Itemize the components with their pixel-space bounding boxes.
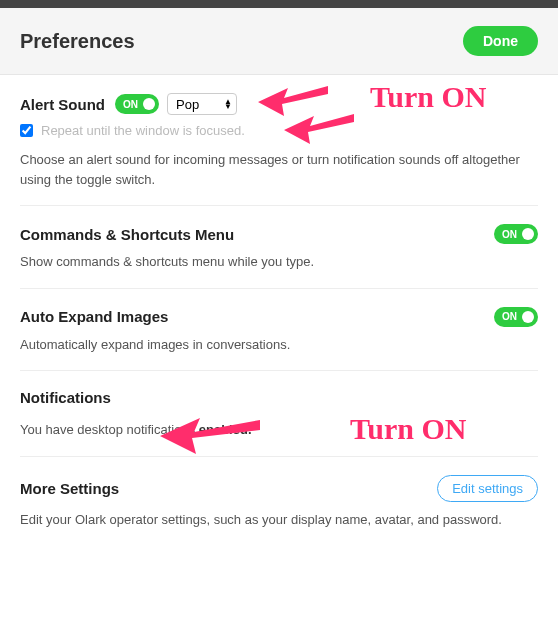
commands-desc: Show commands & shortcuts menu while you… <box>20 252 538 272</box>
toggle-knob-icon <box>522 311 534 323</box>
toggle-knob-icon <box>522 228 534 240</box>
select-value: Pop <box>176 97 199 112</box>
more-settings-title: More Settings <box>20 480 119 497</box>
commands-title: Commands & Shortcuts Menu <box>20 226 234 243</box>
edit-settings-button[interactable]: Edit settings <box>437 475 538 502</box>
alert-sound-title: Alert Sound <box>20 96 105 113</box>
alert-sound-desc: Choose an alert sound for incoming messa… <box>20 150 538 189</box>
preferences-content: Alert Sound ON Pop ▲▼ Repeat until the w… <box>0 75 558 545</box>
toggle-label: ON <box>502 311 517 322</box>
annotation-text-1: Turn ON <box>370 80 486 114</box>
toggle-label: ON <box>502 229 517 240</box>
auto-expand-toggle[interactable]: ON <box>494 307 538 327</box>
page-title: Preferences <box>20 30 135 53</box>
section-commands: Commands & Shortcuts Menu ON Show comman… <box>20 206 538 289</box>
repeat-label: Repeat until the window is focused. <box>41 123 245 138</box>
chevron-updown-icon: ▲▼ <box>224 99 232 109</box>
notifications-desc-prefix: You have desktop notifications <box>20 422 199 437</box>
done-button[interactable]: Done <box>463 26 538 56</box>
annotation-text-2: Turn ON <box>350 412 466 446</box>
auto-expand-title: Auto Expand Images <box>20 308 168 325</box>
repeat-checkbox[interactable] <box>20 124 33 137</box>
toggle-label: ON <box>123 99 138 110</box>
auto-expand-desc: Automatically expand images in conversat… <box>20 335 538 355</box>
alert-sound-select[interactable]: Pop ▲▼ <box>167 93 237 115</box>
section-more-settings: More Settings Edit settings Edit your Ol… <box>20 457 538 546</box>
browser-topbar <box>0 0 558 8</box>
commands-toggle[interactable]: ON <box>494 224 538 244</box>
section-auto-expand: Auto Expand Images ON Automatically expa… <box>20 289 538 372</box>
alert-sound-toggle[interactable]: ON <box>115 94 159 114</box>
preferences-header: Preferences Done <box>0 8 558 75</box>
more-settings-desc: Edit your Olark operator settings, such … <box>20 510 538 530</box>
toggle-knob-icon <box>143 98 155 110</box>
notifications-title: Notifications <box>20 389 111 406</box>
notifications-status: enabled. <box>199 422 252 437</box>
